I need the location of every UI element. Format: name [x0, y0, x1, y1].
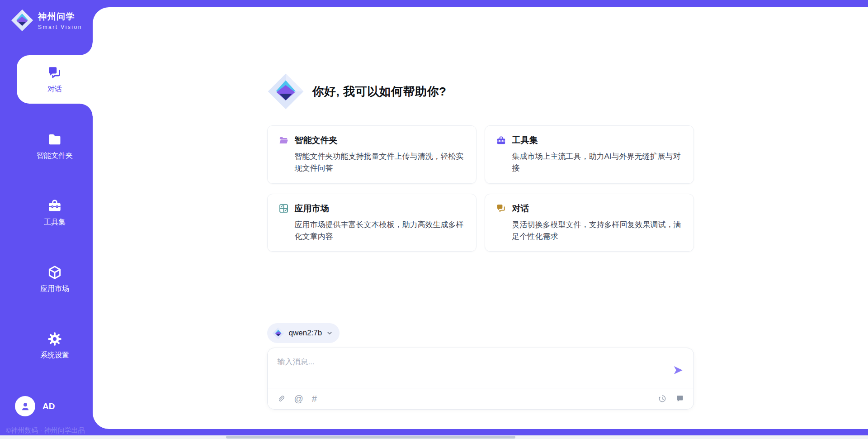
paperclip-icon: [277, 394, 286, 403]
send-icon: [672, 364, 684, 376]
brand-name: 神州问学: [38, 11, 82, 23]
card-description: 集成市场上主流工具，助力AI与外界无缝扩展与对接: [512, 151, 683, 175]
sidebar-item-label: 系统设置: [40, 351, 69, 360]
sidebar-item-label: 应用市场: [40, 284, 69, 294]
sidebar: 神州问学 Smart Vision 对话: [0, 0, 93, 439]
hash-icon[interactable]: #: [312, 394, 317, 403]
folder-icon: [47, 132, 62, 147]
card-description: 灵活切换多模型文件，支持多样回复效果调试，满足个性化需求: [512, 219, 683, 243]
brand-text: 神州问学 Smart Vision: [38, 11, 82, 30]
sidebar-item-toolset[interactable]: 工具集: [0, 179, 93, 246]
brand-logo-icon: [11, 9, 33, 32]
history-button[interactable]: [658, 394, 667, 403]
model-name: qwen2:7b: [289, 329, 322, 338]
greeting-text: 你好, 我可以如何帮助你?: [312, 84, 447, 100]
sidebar-item-label: 对话: [47, 85, 62, 94]
user-profile[interactable]: AD: [15, 396, 55, 416]
chat-bubbles-icon: [496, 203, 506, 214]
card-description: 智能文件夹功能支持批量文件上传与清洗，轻松实现文件问答: [295, 151, 465, 175]
chat-bubbles-icon: [47, 65, 62, 81]
sidebar-item-app-market[interactable]: 应用市场: [0, 246, 93, 312]
chevron-down-icon: [326, 330, 333, 336]
sidebar-item-settings[interactable]: 系统设置: [0, 312, 93, 379]
sidebar-nav: 对话 智能文件夹: [0, 46, 93, 379]
chat-square-icon: [675, 394, 684, 403]
composer-tools-left: @ #: [277, 394, 317, 403]
cube-icon: [47, 265, 62, 280]
card-title: 应用市场: [295, 203, 329, 215]
sidebar-item-smart-folder[interactable]: 智能文件夹: [0, 113, 93, 179]
greeting-logo-icon: [267, 73, 304, 110]
sidebar-item-label: 智能文件夹: [37, 151, 73, 161]
avatar: [15, 396, 35, 416]
horizontal-scrollbar[interactable]: [0, 435, 868, 439]
briefcase-icon: [496, 135, 506, 146]
brand: 神州问学 Smart Vision: [0, 0, 93, 32]
folder-open-icon: [278, 135, 289, 146]
sidebar-footer: ©神州数码 · 神州问学出品: [6, 426, 85, 435]
send-button[interactable]: [671, 364, 685, 377]
card-description: 应用市场提供丰富长文本模板，助力高效生成多样化文章内容: [295, 219, 465, 243]
sidebar-item-label: 工具集: [44, 218, 66, 227]
feature-cards: 智能文件夹 智能文件夹功能支持批量文件上传与清洗，轻松实现文件问答 工具: [267, 125, 694, 252]
briefcase-icon: [47, 198, 62, 214]
model-selector[interactable]: qwen2:7b: [267, 323, 340, 343]
feedback-button[interactable]: [675, 394, 684, 403]
gear-icon: [47, 331, 62, 347]
card-chat[interactable]: 对话 灵活切换多模型文件，支持多样回复效果调试，满足个性化需求: [485, 194, 694, 252]
brand-subtitle: Smart Vision: [38, 24, 82, 30]
attach-button[interactable]: [277, 394, 286, 403]
composer-tools-right: [658, 394, 684, 403]
card-smart-folder[interactable]: 智能文件夹 智能文件夹功能支持批量文件上传与清洗，轻松实现文件问答: [267, 125, 476, 184]
card-toolset[interactable]: 工具集 集成市场上主流工具，助力AI与外界无缝扩展与对接: [485, 125, 694, 184]
at-icon[interactable]: @: [294, 394, 303, 403]
brand-diamond-icon: [272, 327, 284, 339]
card-app-market[interactable]: 应用市场 应用市场提供丰富长文本模板，助力高效生成多样化文章内容: [267, 194, 476, 252]
scrollbar-thumb[interactable]: [226, 436, 515, 439]
card-title: 智能文件夹: [295, 134, 338, 146]
composer-toolbar: @ #: [268, 388, 693, 409]
greeting: 你好, 我可以如何帮助你?: [267, 73, 694, 110]
composer: @ #: [267, 348, 694, 410]
user-initials: AD: [42, 401, 55, 411]
card-title: 工具集: [512, 134, 538, 146]
main-panel: 你好, 我可以如何帮助你? 智能文件夹 智能文件夹功能支持批量文件上传与清洗，轻…: [93, 7, 868, 429]
sidebar-item-chat[interactable]: 对话: [0, 46, 93, 113]
grid-table-icon: [278, 203, 289, 214]
person-icon: [19, 401, 31, 412]
history-icon: [658, 394, 667, 403]
card-title: 对话: [512, 203, 529, 215]
message-input[interactable]: [268, 348, 665, 387]
